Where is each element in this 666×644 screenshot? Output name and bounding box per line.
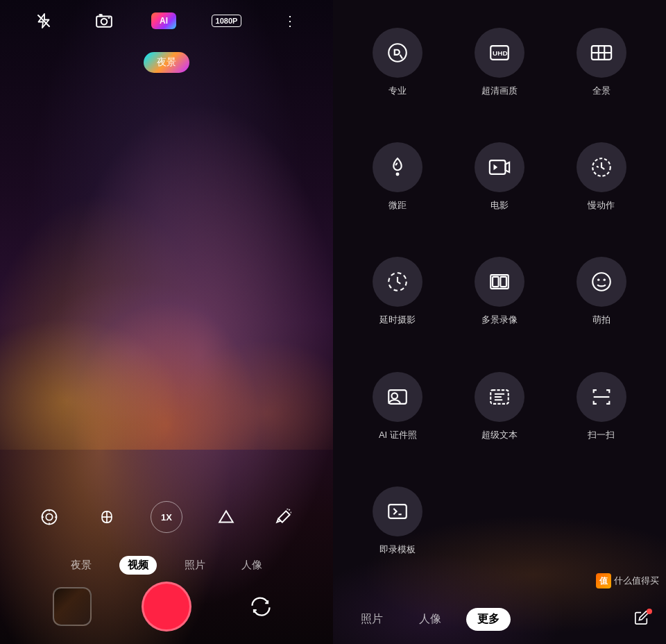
more-options-icon[interactable]: ⋮ — [277, 8, 302, 33]
svg-point-4 — [46, 514, 53, 520]
tab-portrait[interactable]: 人像 — [408, 608, 452, 631]
mode-label-macro: 微距 — [388, 199, 407, 212]
mode-icon-pro — [373, 28, 422, 78]
tab-photo[interactable]: 照片 — [350, 608, 394, 631]
mode-item-template[interactable]: 即录模板 — [347, 480, 449, 587]
mode-item-slowmo[interactable]: 慢动作 — [550, 135, 652, 243]
svg-point-20 — [392, 393, 398, 399]
photo-thumbnail[interactable] — [53, 587, 92, 626]
city-lights-effect — [0, 207, 333, 450]
svg-point-18 — [603, 279, 605, 281]
svg-point-2 — [101, 19, 107, 25]
mode-label-uhd: 超清画质 — [481, 85, 518, 97]
flash-icon[interactable] — [31, 8, 56, 33]
lens-selector-icon[interactable] — [35, 503, 63, 531]
mode-item-movie[interactable]: 电影 — [449, 135, 551, 243]
left-camera-panel: AI 1080P ⋮ 夜景 1X — [0, 0, 333, 644]
svg-rect-14 — [493, 277, 499, 287]
modes-grid: 专业 UHD 超清画质 全景 — [333, 0, 666, 594]
camera-tools-row: 1X — [0, 501, 333, 533]
svg-point-16 — [592, 273, 610, 291]
mode-label-panorama: 全景 — [592, 85, 610, 97]
mode-icon-timelapse — [373, 257, 422, 307]
mode-tab-photo[interactable]: 照片 — [176, 556, 214, 575]
camera-mode-tabs: 夜景 视频 照片 人像 — [0, 556, 333, 575]
mode-label-movie: 电影 — [490, 199, 509, 212]
mode-item-id-photo[interactable]: AI 证件照 — [347, 365, 449, 473]
svg-rect-15 — [500, 277, 506, 287]
night-mode-badge[interactable]: 夜景 — [144, 52, 189, 73]
mode-icon-super-text — [475, 372, 524, 422]
mode-icon-panorama — [577, 28, 626, 78]
camera-top-bar: AI 1080P ⋮ — [0, 0, 333, 42]
bokeh-icon[interactable] — [93, 503, 121, 531]
watermark: 值 什么值得买 — [596, 573, 659, 588]
watermark-text: 什么值得买 — [614, 575, 659, 587]
tab-more[interactable]: 更多 — [466, 608, 511, 631]
mode-icon-uhd: UHD — [475, 28, 524, 78]
mode-item-uhd[interactable]: UHD 超清画质 — [449, 21, 551, 128]
mode-tab-video[interactable]: 视频 — [119, 556, 157, 575]
mode-label-super-text: 超级文本 — [481, 429, 518, 441]
camera-switch-icon[interactable] — [92, 8, 117, 33]
mode-icon-multi — [475, 257, 524, 307]
mode-item-super-text[interactable]: 超级文本 — [449, 365, 551, 473]
mode-item-panorama[interactable]: 全景 — [550, 21, 652, 128]
svg-point-17 — [597, 279, 599, 281]
mode-label-template: 即录模板 — [379, 543, 416, 556]
zoom-button[interactable]: 1X — [151, 501, 182, 533]
mode-item-scan[interactable]: 扫一扫 — [550, 365, 652, 473]
mode-label-pro: 专业 — [388, 85, 407, 97]
bottom-mode-tabs: 照片 人像 更多 — [333, 594, 666, 644]
flip-camera-icon[interactable] — [241, 587, 280, 626]
resolution-badge[interactable]: 1080P — [212, 15, 242, 27]
mode-label-cute: 萌拍 — [592, 314, 610, 326]
watermark-icon: 值 — [596, 573, 611, 588]
mode-item-cute[interactable]: 萌拍 — [550, 250, 652, 357]
mode-icon-movie — [475, 142, 524, 192]
shutter-button[interactable] — [142, 582, 191, 632]
mode-item-timelapse[interactable]: 延时摄影 — [347, 250, 449, 357]
mode-icon-scan — [577, 372, 626, 422]
svg-point-9 — [397, 173, 399, 176]
mode-item-pro[interactable]: 专业 — [347, 21, 449, 128]
mode-icon-cute — [577, 257, 626, 307]
mode-label-timelapse: 延时摄影 — [379, 314, 416, 326]
magic-wand-icon[interactable] — [270, 503, 298, 531]
mode-icon-template — [373, 486, 422, 536]
mode-item-macro[interactable]: 微距 — [347, 135, 449, 243]
edit-dot-indicator — [647, 609, 652, 614]
ai-badge[interactable]: AI — [151, 12, 176, 29]
mode-icon-macro — [373, 142, 422, 192]
shutter-inner — [146, 586, 187, 627]
mode-item-multi[interactable]: 多景录像 — [449, 250, 551, 357]
right-modes-panel: 专业 UHD 超清画质 全景 — [333, 0, 666, 644]
svg-point-5 — [389, 44, 407, 62]
mode-icon-id-photo — [373, 372, 422, 422]
svg-point-3 — [42, 510, 57, 525]
edit-modes-button[interactable] — [634, 610, 649, 629]
mode-tab-portrait[interactable]: 人像 — [233, 556, 271, 575]
shutter-row — [0, 582, 333, 632]
triangle-icon[interactable] — [212, 503, 240, 531]
mode-icon-slowmo — [577, 142, 626, 192]
mode-label-slowmo: 慢动作 — [588, 199, 615, 212]
mode-tab-nightscape[interactable]: 夜景 — [62, 556, 100, 575]
mode-label-multi: 多景录像 — [481, 314, 518, 326]
mode-label-id-photo: AI 证件照 — [379, 429, 417, 441]
mode-label-scan: 扫一扫 — [588, 429, 615, 441]
svg-text:UHD: UHD — [493, 49, 507, 57]
